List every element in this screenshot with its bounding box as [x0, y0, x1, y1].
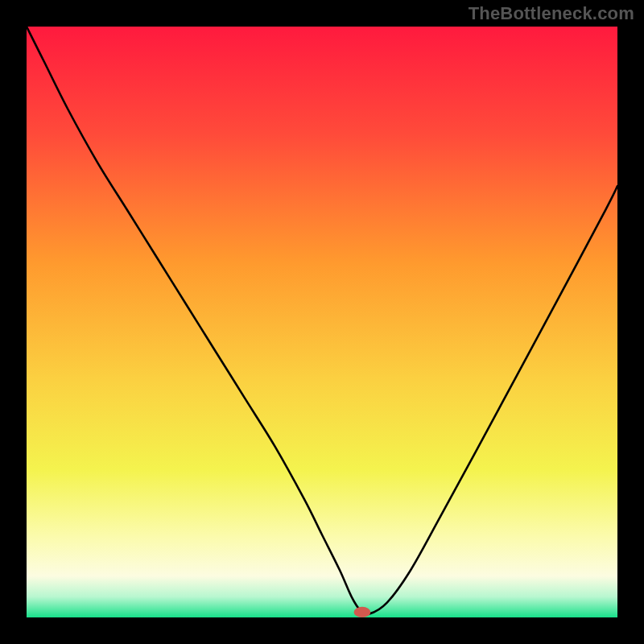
chart-frame: TheBottleneck.com [0, 0, 644, 644]
bottleneck-plot-svg [27, 27, 617, 617]
gradient-background [27, 27, 617, 617]
watermark-label: TheBottleneck.com [469, 3, 634, 24]
optimal-point-marker [354, 607, 371, 617]
plot-area [27, 27, 617, 617]
